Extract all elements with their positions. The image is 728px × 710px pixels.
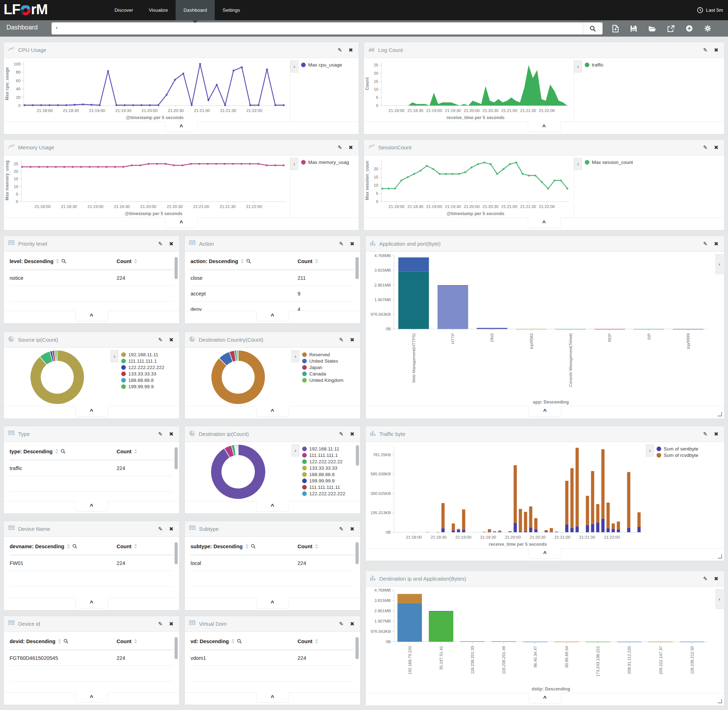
legend-item[interactable]: 188.88.88.8 bbox=[121, 378, 179, 383]
destination-country-donut[interactable] bbox=[185, 348, 291, 406]
edit-icon[interactable]: ✎ bbox=[338, 526, 345, 532]
panel-header[interactable]: Type ✎ ✖ bbox=[4, 426, 179, 442]
legend-item[interactable]: Sum of rcvdbyte bbox=[656, 453, 724, 458]
legend-toggle-icon[interactable]: › bbox=[290, 60, 298, 72]
collapse-chevron[interactable]: ^ bbox=[256, 311, 289, 321]
panel-header[interactable]: Source ip(Count) ✎ ✖ bbox=[4, 332, 179, 348]
legend-toggle-icon[interactable]: › bbox=[111, 350, 119, 362]
table-row[interactable]: notice224 bbox=[10, 270, 173, 286]
search-button[interactable] bbox=[583, 22, 602, 34]
legend-item[interactable]: Max cpu_usage bbox=[301, 62, 359, 67]
legend-item[interactable]: 188.88.88.8 bbox=[302, 472, 360, 477]
collapse-chevron[interactable]: ^ bbox=[256, 598, 289, 608]
panel-header[interactable]: Log Count ✎ ✖ bbox=[364, 42, 724, 58]
filter-search-icon[interactable] bbox=[251, 544, 256, 549]
collapse-chevron[interactable]: ^ bbox=[528, 122, 561, 132]
nav-item-visualize[interactable]: Visualize bbox=[141, 0, 176, 20]
legend-toggle-icon[interactable]: › bbox=[291, 350, 299, 362]
legend-item[interactable]: United Kingdom bbox=[302, 378, 360, 383]
edit-icon[interactable]: ✎ bbox=[336, 144, 344, 151]
edit-icon[interactable]: ✎ bbox=[157, 337, 164, 343]
scrollbar[interactable] bbox=[174, 542, 178, 564]
collapse-chevron[interactable]: ^ bbox=[165, 122, 198, 132]
sort-icon[interactable] bbox=[67, 544, 70, 549]
filter-search-icon[interactable] bbox=[64, 639, 68, 644]
edit-icon[interactable]: ✎ bbox=[338, 337, 345, 343]
panel-header[interactable]: Device Name ✎ ✖ bbox=[4, 521, 179, 537]
close-icon[interactable]: ✖ bbox=[712, 47, 720, 53]
close-icon[interactable]: ✖ bbox=[349, 621, 356, 627]
table-header-row[interactable]: vd: DescendingCount bbox=[190, 633, 354, 650]
filter-search-icon[interactable] bbox=[237, 639, 242, 644]
collapse-chevron[interactable]: ^ bbox=[75, 501, 108, 512]
table-row[interactable]: FW01224 bbox=[10, 555, 173, 571]
sort-icon[interactable] bbox=[245, 544, 249, 549]
collapse-chevron[interactable]: ^ bbox=[75, 598, 108, 608]
resize-handle[interactable] bbox=[718, 554, 722, 559]
legend-item[interactable]: Sum of sentbyte bbox=[656, 446, 724, 452]
sort-icon[interactable] bbox=[315, 544, 318, 549]
scrollbar[interactable] bbox=[174, 637, 178, 659]
panel-header[interactable]: SessionCount ✎ ✖ bbox=[364, 140, 724, 155]
panel-header[interactable]: Destination ip and Application(Bytes) ✎ … bbox=[366, 571, 724, 587]
panel-header[interactable]: Action ✎ ✖ bbox=[185, 236, 360, 252]
sort-icon[interactable] bbox=[55, 449, 58, 454]
collapse-chevron[interactable]: ^ bbox=[256, 406, 289, 417]
app-logo[interactable]: LF rM bbox=[4, 1, 48, 18]
table-row[interactable]: close211 bbox=[190, 270, 354, 286]
filter-search-icon[interactable] bbox=[73, 544, 77, 549]
close-icon[interactable]: ✖ bbox=[347, 144, 354, 151]
panel-header[interactable]: Memory Usage ✎ ✖ bbox=[4, 140, 359, 155]
memory-usage-chart[interactable]: 051015202521:18:0021:18:3021:19:0021:19:… bbox=[4, 156, 290, 218]
panel-header[interactable]: Destination Country(Count) ✎ ✖ bbox=[185, 332, 360, 348]
collapse-chevron[interactable]: ^ bbox=[529, 693, 561, 704]
scrollbar[interactable] bbox=[356, 257, 359, 279]
legend-item[interactable]: 133.33.33.33 bbox=[121, 371, 179, 377]
legend-item[interactable]: 122.222.222.222 bbox=[302, 491, 360, 496]
edit-icon[interactable]: ✎ bbox=[702, 241, 709, 247]
scrollbar[interactable] bbox=[356, 637, 359, 659]
table-row[interactable]: local224 bbox=[190, 555, 354, 571]
legend-item[interactable]: United States bbox=[302, 358, 360, 364]
edit-icon[interactable]: ✎ bbox=[338, 241, 345, 247]
edit-icon[interactable]: ✎ bbox=[157, 241, 164, 247]
new-dashboard-button[interactable] bbox=[612, 25, 619, 32]
edit-icon[interactable]: ✎ bbox=[157, 431, 164, 437]
nav-item-discover[interactable]: Discover bbox=[107, 0, 141, 20]
collapse-chevron[interactable]: ^ bbox=[528, 217, 561, 228]
collapse-chevron[interactable]: ^ bbox=[529, 548, 561, 559]
open-dashboard-button[interactable] bbox=[648, 26, 656, 32]
filter-search-icon[interactable] bbox=[61, 449, 65, 454]
legend-item[interactable]: Canada bbox=[302, 371, 360, 377]
edit-icon[interactable]: ✎ bbox=[338, 621, 345, 627]
table-header-row[interactable]: level: DescendingCount bbox=[10, 253, 173, 270]
close-icon[interactable]: ✖ bbox=[349, 526, 356, 532]
close-icon[interactable]: ✖ bbox=[167, 431, 175, 437]
legend-item[interactable]: 199.99.99.9 bbox=[121, 384, 179, 389]
application-port-chart[interactable]: 0B976.563KB1.907MB2.861MB3.815MB4.768MBW… bbox=[366, 252, 724, 406]
collapse-chevron[interactable]: ^ bbox=[529, 406, 561, 417]
sort-icon[interactable] bbox=[231, 639, 234, 644]
close-icon[interactable]: ✖ bbox=[167, 241, 175, 247]
close-icon[interactable]: ✖ bbox=[712, 431, 720, 437]
sort-icon[interactable] bbox=[134, 544, 137, 549]
destination-ip-donut[interactable] bbox=[185, 442, 291, 501]
panel-header[interactable]: Subtype ✎ ✖ bbox=[185, 521, 360, 537]
panel-header[interactable]: Device id ✎ ✖ bbox=[4, 616, 179, 632]
collapse-chevron[interactable]: ^ bbox=[256, 692, 289, 703]
table-row[interactable]: traffic224 bbox=[10, 461, 173, 476]
table-header-row[interactable]: subtype: DescendingCount bbox=[190, 538, 354, 555]
scrollbar[interactable] bbox=[356, 542, 359, 564]
close-icon[interactable]: ✖ bbox=[347, 47, 354, 53]
legend-item[interactable]: 192.168.11.11 bbox=[302, 446, 360, 452]
edit-icon[interactable]: ✎ bbox=[702, 144, 709, 151]
edit-icon[interactable]: ✎ bbox=[702, 47, 709, 53]
options-button[interactable] bbox=[704, 25, 711, 32]
legend-item[interactable]: 199.99.99.9 bbox=[302, 478, 360, 484]
close-icon[interactable]: ✖ bbox=[712, 576, 720, 582]
source-ip-donut[interactable] bbox=[4, 348, 111, 406]
save-dashboard-button[interactable] bbox=[630, 25, 637, 32]
table-row[interactable]: FGT60D4615020545224 bbox=[10, 650, 173, 666]
close-icon[interactable]: ✖ bbox=[712, 144, 720, 151]
session-count-chart[interactable]: 0510152021:18:0021:18:3021:19:0021:19:30… bbox=[364, 156, 574, 218]
